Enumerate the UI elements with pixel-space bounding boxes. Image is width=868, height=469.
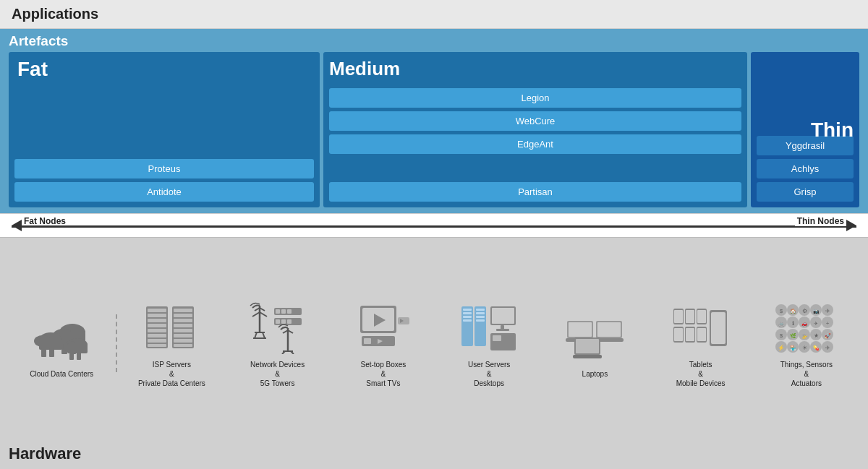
settop-icon <box>354 299 412 357</box>
svg-text:+: + <box>826 320 830 327</box>
medium-header: Medium <box>329 58 741 80</box>
webcure-box: WebCure <box>329 111 741 131</box>
svg-rect-75 <box>492 308 514 324</box>
svg-text:✈: ✈ <box>825 345 830 351</box>
svg-line-40 <box>263 332 265 338</box>
tablets-label: Tablets&Mobile Devices <box>676 360 726 388</box>
achlys-box: Achlys <box>757 159 854 178</box>
arrow-left-tip <box>12 220 22 231</box>
svg-rect-48 <box>281 319 286 324</box>
svg-rect-9 <box>49 348 54 357</box>
device-things: $ 🏠 ⚙ 📷 ✈ 🚲 <box>754 299 859 388</box>
svg-rect-17 <box>148 314 166 317</box>
userservers-label: User Servers&Desktops <box>468 360 510 388</box>
svg-rect-20 <box>148 329 166 332</box>
svg-rect-43 <box>276 309 280 314</box>
svg-line-39 <box>255 332 257 338</box>
svg-text:ℹ: ℹ <box>791 320 793 327</box>
grisp-box: Grisp <box>757 182 854 202</box>
svg-text:🚗: 🚗 <box>801 320 807 327</box>
page: Applications Artefacts Fat Proteus Antid… <box>0 0 868 469</box>
svg-text:💊: 💊 <box>812 345 819 351</box>
svg-rect-7 <box>39 338 62 350</box>
network-label: Network Devices&5G Towers <box>250 360 305 388</box>
laptops-icon <box>566 309 624 366</box>
svg-rect-65 <box>463 309 472 311</box>
svg-text:⚡: ⚡ <box>778 344 785 351</box>
partisan-box: Partisan <box>329 182 741 202</box>
svg-text:🚲: 🚲 <box>778 320 784 327</box>
svg-rect-8 <box>41 348 46 357</box>
svg-rect-73 <box>476 319 485 322</box>
svg-rect-98 <box>686 328 694 341</box>
svg-rect-32 <box>174 344 192 347</box>
svg-rect-100 <box>697 328 706 341</box>
svg-text:🚀: 🚀 <box>824 332 830 339</box>
divider-1 <box>116 314 117 372</box>
medium-label: Medium <box>329 58 400 80</box>
svg-rect-12 <box>67 343 88 353</box>
svg-rect-79 <box>493 335 501 341</box>
network-icon <box>249 299 307 357</box>
svg-rect-47 <box>276 319 280 324</box>
arrow-line <box>12 225 856 228</box>
svg-rect-77 <box>496 329 509 331</box>
svg-line-55 <box>291 351 294 354</box>
userservers-icon <box>460 299 518 357</box>
svg-text:$: $ <box>780 308 783 314</box>
svg-rect-94 <box>697 310 706 323</box>
svg-text:⚙: ⚙ <box>801 308 807 314</box>
svg-text:🌿: 🌿 <box>789 332 796 339</box>
svg-rect-45 <box>287 309 292 314</box>
fat-nodes-label: Fat Nodes <box>22 216 68 226</box>
svg-text:🏪: 🏪 <box>789 345 796 351</box>
svg-rect-26 <box>174 314 192 317</box>
isp-label: ISP Servers&Private Data Centers <box>138 360 205 388</box>
applications-title: Applications <box>12 6 98 22</box>
legion-box: Legion <box>329 88 741 108</box>
svg-text:★: ★ <box>813 332 818 339</box>
svg-line-37 <box>260 312 267 317</box>
svg-rect-31 <box>174 339 192 343</box>
svg-text:🏠: 🏠 <box>789 308 796 314</box>
svg-rect-25 <box>174 309 192 312</box>
hardware-devices-row: Cloud Data Centers <box>9 244 859 443</box>
isp-icon <box>145 299 199 357</box>
things-icon: $ 🏠 ⚙ 📷 ✈ 🚲 <box>774 299 839 357</box>
svg-rect-102 <box>711 312 726 344</box>
arrow-right-tip <box>846 220 856 231</box>
svg-rect-14 <box>77 353 81 360</box>
svg-rect-87 <box>576 339 599 353</box>
arrow-section: Fat Nodes Thin Nodes <box>0 213 868 238</box>
device-tablets: Tablets&Mobile Devices <box>648 299 754 388</box>
fat-column: Fat Proteus Antidote <box>9 52 320 207</box>
svg-text:☀: ☀ <box>801 345 807 351</box>
svg-rect-22 <box>148 339 166 343</box>
thin-label: Thin <box>811 119 854 142</box>
hardware-title: Hardware <box>9 444 859 463</box>
device-isp: ISP Servers&Private Data Centers <box>119 299 224 388</box>
svg-line-36 <box>252 312 260 317</box>
thin-column: Thin Yggdrasil Achlys Grisp <box>751 52 859 207</box>
cloud-label: Cloud Data Centers <box>30 369 93 379</box>
settop-label: Set-top Boxes&Smart TVs <box>360 360 406 388</box>
fat-label: Fat <box>17 58 48 81</box>
svg-rect-44 <box>281 309 286 314</box>
applications-bar: Applications <box>0 0 868 29</box>
svg-rect-84 <box>597 322 621 337</box>
svg-rect-30 <box>174 334 192 337</box>
svg-rect-70 <box>476 309 485 311</box>
edgeant-box: EdgeAnt <box>329 134 741 154</box>
svg-rect-27 <box>174 319 192 322</box>
svg-rect-18 <box>148 319 166 322</box>
hardware-section: Cloud Data Centers <box>0 238 868 469</box>
svg-rect-13 <box>69 353 74 360</box>
svg-text:📷: 📷 <box>812 308 819 314</box>
svg-rect-66 <box>463 312 472 314</box>
svg-text:$: $ <box>780 332 783 339</box>
device-settop: Set-top Boxes&Smart TVs <box>331 299 436 388</box>
svg-rect-67 <box>463 316 472 318</box>
svg-rect-71 <box>476 312 485 314</box>
svg-rect-72 <box>476 316 485 318</box>
artefacts-title: Artefacts <box>9 33 859 49</box>
